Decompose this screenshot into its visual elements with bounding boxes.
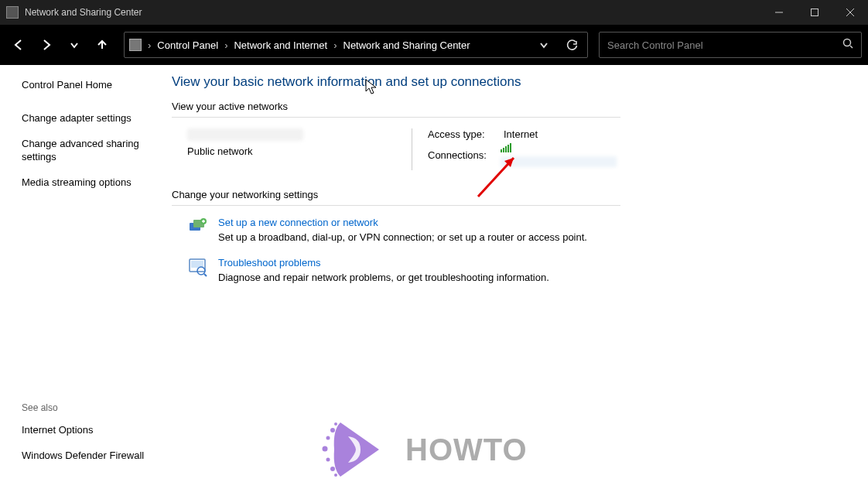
breadcrumb-item[interactable]: Control Panel bbox=[157, 39, 218, 51]
network-name-redacted bbox=[187, 128, 303, 141]
see-also-internet-options[interactable]: Internet Options bbox=[22, 424, 155, 437]
close-button[interactable] bbox=[832, 0, 868, 25]
location-icon bbox=[129, 39, 142, 51]
recent-locations-button[interactable] bbox=[62, 32, 87, 57]
up-button[interactable] bbox=[90, 32, 114, 57]
back-button[interactable] bbox=[6, 32, 31, 57]
svg-point-18 bbox=[326, 458, 330, 462]
sidebar-link-sharing[interactable]: Change advanced sharing settings bbox=[22, 138, 155, 164]
svg-rect-1 bbox=[812, 9, 818, 16]
breadcrumb-separator: › bbox=[148, 39, 151, 51]
troubleshoot-link[interactable]: Troubleshoot problems bbox=[218, 257, 549, 268]
address-history-button[interactable] bbox=[533, 40, 555, 50]
wifi-signal-icon bbox=[501, 143, 511, 152]
breadcrumb-separator: › bbox=[224, 39, 227, 51]
app-icon bbox=[6, 6, 19, 19]
troubleshoot-icon bbox=[187, 257, 207, 277]
navigation-bar: › Control Panel › Network and Internet ›… bbox=[0, 25, 868, 65]
svg-point-4 bbox=[844, 39, 851, 46]
address-bar[interactable]: › Control Panel › Network and Internet ›… bbox=[124, 32, 588, 58]
svg-point-16 bbox=[326, 436, 330, 440]
connections-label: Connections: bbox=[428, 149, 487, 161]
svg-line-5 bbox=[850, 46, 853, 48]
svg-point-19 bbox=[330, 467, 335, 471]
breadcrumb-item[interactable]: Network and Sharing Center bbox=[343, 39, 470, 51]
see-also-firewall[interactable]: Windows Defender Firewall bbox=[22, 450, 155, 463]
maximize-button[interactable] bbox=[797, 0, 832, 25]
svg-line-12 bbox=[204, 274, 207, 276]
svg-point-17 bbox=[323, 446, 328, 452]
page-heading: View your basic network information and … bbox=[172, 74, 837, 90]
setup-connection-desc: Set up a broadband, dial-up, or VPN conn… bbox=[218, 231, 587, 243]
watermark-text: HOWTO bbox=[405, 433, 528, 467]
svg-point-21 bbox=[334, 474, 337, 477]
setup-connection-icon bbox=[187, 217, 207, 237]
active-network-panel: Public network Access type: Internet Con… bbox=[187, 128, 620, 170]
troubleshoot-desc: Diagnose and repair network problems, or… bbox=[218, 272, 549, 283]
search-box[interactable] bbox=[599, 32, 862, 58]
access-type-value: Internet bbox=[504, 128, 538, 140]
task-troubleshoot: Troubleshoot problems Diagnose and repai… bbox=[187, 257, 620, 283]
sidebar-link-adapter[interactable]: Change adapter settings bbox=[22, 112, 155, 125]
see-also-section: See also Internet Options Windows Defend… bbox=[22, 402, 155, 481]
sidebar: Control Panel Home Change adapter settin… bbox=[0, 65, 162, 489]
connection-name-redacted bbox=[501, 156, 617, 167]
connection-link[interactable] bbox=[501, 143, 620, 167]
breadcrumb-item[interactable]: Network and Internet bbox=[234, 39, 327, 51]
window-title: Network and Sharing Center bbox=[25, 7, 761, 18]
sidebar-link-media[interactable]: Media streaming options bbox=[22, 176, 155, 190]
title-bar: Network and Sharing Center bbox=[0, 0, 868, 25]
network-type-label: Public network bbox=[187, 145, 412, 157]
setup-connection-link[interactable]: Set up a new connection or network bbox=[218, 217, 587, 228]
task-setup-connection: Set up a new connection or network Set u… bbox=[187, 217, 620, 243]
active-networks-heading: View your active networks bbox=[172, 101, 620, 118]
search-input[interactable] bbox=[607, 39, 842, 51]
main-content: View your basic network information and … bbox=[162, 65, 868, 489]
sidebar-home-link[interactable]: Control Panel Home bbox=[22, 79, 155, 92]
search-icon[interactable] bbox=[842, 38, 853, 52]
access-type-label: Access type: bbox=[428, 128, 490, 140]
svg-point-20 bbox=[334, 422, 337, 426]
see-also-title: See also bbox=[22, 402, 155, 413]
breadcrumb-separator: › bbox=[333, 39, 337, 51]
change-settings-heading: Change your networking settings bbox=[172, 189, 620, 206]
forward-button[interactable] bbox=[34, 32, 59, 57]
watermark: HOWTO bbox=[317, 415, 528, 484]
minimize-button[interactable] bbox=[761, 0, 797, 25]
svg-point-15 bbox=[330, 428, 335, 433]
refresh-button[interactable] bbox=[561, 39, 583, 51]
